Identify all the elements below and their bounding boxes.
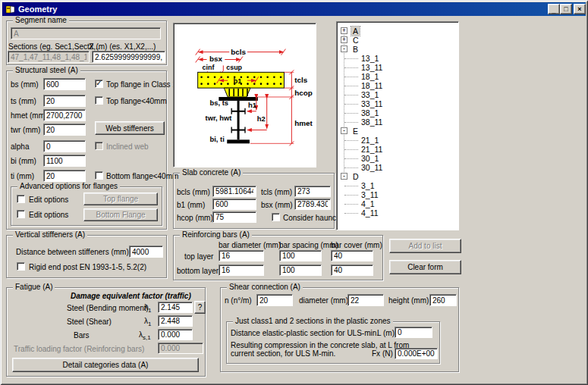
L-label: L (m) [377, 329, 395, 337]
bs-input[interactable] [43, 78, 86, 90]
tree-expand-icon[interactable]: + [341, 36, 347, 43]
detail-categories-button[interactable]: Detail categories data (A) [12, 358, 199, 372]
diameter-label: diameter (mm) [299, 296, 348, 305]
title-bar[interactable]: Geometry [2, 2, 586, 16]
top-flange-40-label: Top flange<40mm [106, 97, 167, 105]
bcls-label: bcls (mm) [177, 188, 210, 196]
bottom-flange-40-label: Bottom flange<40mm [106, 172, 178, 180]
diameter-input[interactable] [347, 294, 384, 306]
bsx-input[interactable] [294, 199, 331, 210]
close-button[interactable]: × [574, 4, 586, 14]
top-flange-class1-label: Top flange in Class 1 [106, 80, 177, 89]
tree-item-B[interactable]: -B [337, 45, 458, 54]
consider-haunch-checkbox[interactable] [272, 213, 280, 221]
tree-item[interactable]: 30_11 [337, 163, 458, 172]
lambda-bending-input[interactable] [158, 302, 193, 313]
compression-label-line2: current section, for ULS M-min. [231, 349, 335, 358]
rigid-end-post-checkbox[interactable] [17, 262, 25, 271]
edit-options-bottom-checkbox[interactable] [17, 210, 25, 218]
top-flange-class1-checkbox[interactable] [95, 80, 103, 88]
diagram-label-hmet: hmet [294, 119, 313, 127]
edit-options-top-checkbox[interactable] [17, 195, 25, 203]
hmet-input[interactable] [43, 109, 86, 121]
tree-item[interactable]: 30_1 [337, 154, 458, 163]
bar-diameter-header: bar diameter (mm) [219, 241, 281, 249]
inclined-web-label: Inclined web [106, 142, 149, 151]
minimize-button[interactable]: _ [548, 4, 560, 14]
diagram-label-bi-ti: bi, ti [209, 135, 224, 143]
bottom-flange-40-checkbox[interactable] [95, 171, 103, 180]
diagram-label-b1: b1 [234, 77, 242, 85]
alpha-input[interactable] [43, 140, 86, 152]
sections-tree[interactable]: +A +C -B 13_1 13_11 18_1 18_11 33_1 33_1… [336, 21, 459, 230]
top-spacing-input[interactable] [279, 250, 322, 261]
tree-item[interactable]: 21_1 [337, 136, 458, 145]
lambda-shear-input[interactable] [158, 315, 193, 327]
tree-item-A[interactable]: +A [337, 27, 458, 36]
tree-item[interactable]: 4_11 [337, 208, 458, 218]
twr-input[interactable] [43, 124, 86, 136]
maximize-button[interactable]: □ [560, 4, 572, 14]
x-input[interactable] [92, 51, 165, 63]
n-input[interactable] [256, 294, 293, 306]
n-label: n (n°/m) [225, 296, 252, 305]
tcls-input[interactable] [294, 186, 331, 197]
steel-shear-label: Steel (Shear) [67, 318, 112, 326]
vertical-stiffeners-caption: Vertical stiffeners (A) [13, 230, 87, 239]
tree-expand-icon[interactable]: + [341, 27, 347, 34]
tree-item[interactable]: 3_1 [337, 181, 458, 190]
ts-input[interactable] [43, 95, 86, 107]
web-stiffeners-button[interactable]: Web stiffeners [95, 121, 165, 135]
Fx-input[interactable] [395, 348, 438, 359]
bottom-cover-input[interactable] [331, 264, 373, 276]
tree-item[interactable]: 38_1 [337, 108, 458, 117]
stiffener-distance-input[interactable] [129, 246, 163, 258]
tree-expand-icon[interactable]: - [341, 45, 347, 52]
tree-item[interactable]: 18_1 [337, 72, 458, 81]
tree-item[interactable]: 38_11 [337, 117, 458, 127]
tree-item-E[interactable]: -E [337, 127, 458, 136]
tree-item[interactable]: 4_1 [337, 199, 458, 208]
tree-item[interactable]: 33_1 [337, 90, 458, 99]
top-cover-input[interactable] [331, 250, 373, 261]
clear-form-button[interactable]: Clear form [389, 260, 461, 274]
lambda-s1-symbol: λs,1 [139, 330, 151, 341]
compression-label-line1: Resulting compression in the concrete sl… [231, 341, 409, 349]
geometry-dialog: Geometry _ □ × Segment name Sections (eg… [0, 0, 588, 385]
traffic-loading-label: Traffic loading factor (Reinforcing bars… [14, 345, 144, 353]
tree-item[interactable]: 13_11 [337, 63, 458, 72]
height-input[interactable] [429, 294, 457, 306]
tree-item[interactable]: 21_11 [337, 145, 458, 154]
tree-expand-icon[interactable]: - [341, 127, 347, 134]
stiffener-distance-label: Distance between stiffeners (mm) [16, 248, 129, 256]
tree-item-D[interactable]: -D [337, 172, 458, 181]
cross-section-svg: bcls bsx cinf csup b1 [174, 23, 316, 167]
bar-spacing-header: bar spacing (mm) [279, 241, 338, 249]
tree-item[interactable]: 3_11 [337, 190, 458, 199]
tree-item[interactable]: 13_1 [337, 54, 458, 63]
L-input[interactable] [395, 327, 432, 338]
tcls-label: tcls (mm) [261, 188, 292, 196]
diagram-label-hcop: hcop [294, 89, 313, 97]
tree-item[interactable]: 33_11 [337, 99, 458, 108]
top-diameter-input[interactable] [219, 250, 264, 261]
b1-input[interactable] [212, 199, 256, 210]
lambda-bars-input[interactable] [158, 329, 193, 340]
tree-expand-icon[interactable]: - [341, 173, 347, 180]
tree-item[interactable]: 18_11 [337, 81, 458, 90]
bi-input[interactable] [43, 155, 86, 167]
bcls-input[interactable] [212, 186, 256, 197]
tree-item-C[interactable]: +C [337, 36, 458, 45]
diagram-label-csup: csup [226, 64, 242, 71]
plastic-zones-caption: Just class1 and 2 sections in the plasti… [233, 317, 393, 325]
edit-options-top-label: Edit options [29, 196, 68, 204]
top-flange-40-checkbox[interactable] [95, 96, 103, 105]
bottom-spacing-input[interactable] [279, 264, 322, 276]
reinforcing-bars-caption: Reinforcing bars (A) [180, 230, 252, 239]
sections-label: Sections (eg. Sec1,Sect2,.. [8, 42, 100, 51]
hmet-label: hmet (mm) [11, 111, 47, 120]
hcop-input[interactable] [212, 211, 256, 223]
ti-input[interactable] [43, 170, 86, 182]
bottom-diameter-input[interactable] [219, 264, 264, 276]
help-button[interactable]: ? [194, 301, 206, 314]
